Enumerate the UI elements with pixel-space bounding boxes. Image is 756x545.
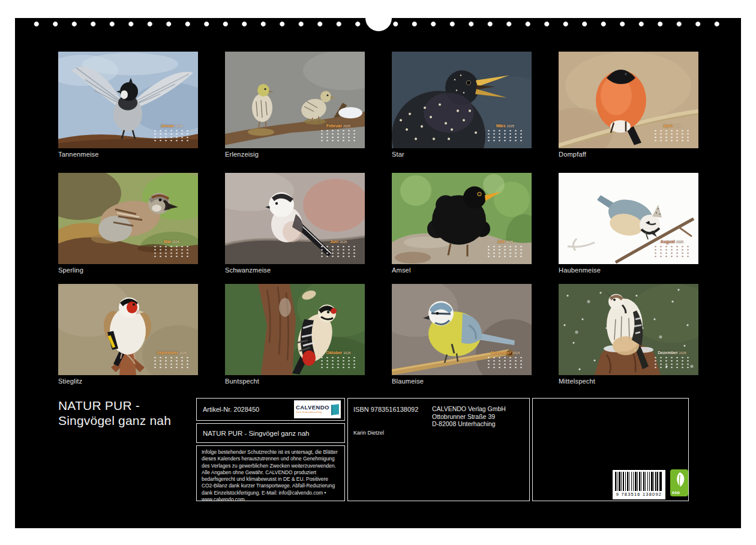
mini-month-calendar: Juli 2025 bbox=[484, 239, 526, 258]
bird-name-label: Blaumeise bbox=[392, 378, 532, 385]
bird-photo-erlenzeisig: Februar 2025 bbox=[225, 52, 365, 148]
bird-name-label: Stieglitz bbox=[58, 378, 198, 385]
mini-month-calendar: Oktober 2025 bbox=[317, 351, 359, 369]
bird-name-label: Erlenzeisig bbox=[225, 151, 365, 158]
publisher-line: Ottobrunner Straße 39 bbox=[432, 413, 506, 421]
bird-photo-schwanzmeise: Juni 2025 bbox=[225, 173, 365, 264]
month-year: 2025 bbox=[512, 351, 520, 355]
bird-photo-buntspecht: Oktober 2025 bbox=[225, 284, 365, 375]
product-title: NATUR PUR - Singvögel ganz nah bbox=[203, 430, 309, 437]
mini-month-calendar: März 2025 bbox=[484, 124, 526, 142]
mini-calendar-grid bbox=[152, 356, 191, 369]
mini-month-calendar: September 2025 bbox=[151, 351, 193, 369]
bird-photo-dompfaff: April 2025 bbox=[559, 52, 698, 148]
month-name: Dezember bbox=[658, 351, 677, 355]
mini-calendar-grid bbox=[486, 129, 524, 142]
bird-name-label: Dompfaff bbox=[559, 151, 698, 158]
mini-calendar-grid bbox=[319, 129, 358, 142]
mini-calendar-grid bbox=[653, 356, 691, 369]
thumbnail-erlenzeisig: Februar 2025 Erlenzeisig bbox=[225, 52, 365, 158]
bird-photo-haubenmeise: August 2025 bbox=[559, 173, 698, 264]
legal-text-box: Infolge bestehender Schutzrechte ist es … bbox=[196, 445, 345, 501]
month-name: November bbox=[491, 351, 511, 355]
month-name: Februar bbox=[326, 124, 342, 128]
month-name: Januar bbox=[160, 124, 174, 128]
mini-calendar-grid bbox=[486, 356, 524, 369]
eco-logo: eco bbox=[670, 469, 688, 496]
isbn-publisher-box: ISBN 9783516138092 CALVENDO Verlag GmbH … bbox=[347, 398, 530, 501]
mini-month-calendar: April 2025 bbox=[651, 124, 693, 142]
month-name: Juni bbox=[330, 239, 338, 244]
thumbnail-buntspecht: Oktober 2025 Buntspecht bbox=[225, 284, 365, 385]
thumbnail-star: März 2025 Star bbox=[392, 52, 532, 158]
thumbnail-stieglitz: September 2025 Stieglitz bbox=[58, 284, 198, 385]
barcode-digits: 9 783516 138092 bbox=[615, 492, 663, 497]
bird-name-label: Amsel bbox=[392, 266, 532, 274]
mini-month-calendar: Dezember 2025 bbox=[651, 351, 693, 369]
isbn: ISBN 9783516138092 bbox=[353, 406, 418, 413]
publisher-line: CALVENDO Verlag GmbH bbox=[432, 405, 506, 413]
calvendo-logo-text: CALVENDO bbox=[296, 405, 329, 411]
month-year: 2025 bbox=[507, 124, 514, 128]
month-name: Oktober bbox=[326, 351, 342, 355]
thumbnail-haubenmeise: August 2025 Haubenmeise bbox=[559, 173, 698, 274]
month-name: Mai bbox=[164, 239, 171, 244]
mini-month-calendar: Juni 2025 bbox=[317, 239, 359, 258]
month-year: 2025 bbox=[343, 124, 350, 128]
month-year: 2025 bbox=[679, 351, 686, 355]
thumbnail-mittelspecht: Dezember 2025 Mittelspecht bbox=[559, 284, 698, 385]
bird-photo-sperling: Mai 2025 bbox=[58, 173, 198, 264]
mini-calendar-grid bbox=[319, 356, 358, 369]
calendar-sheet: Januar 2025 Tannenmeise bbox=[15, 18, 741, 528]
mini-calendar-grid bbox=[319, 245, 358, 258]
mini-calendar-grid bbox=[653, 129, 691, 142]
mini-calendar-grid bbox=[653, 245, 691, 258]
bird-name-label: Haubenmeise bbox=[559, 266, 698, 274]
bird-name-label: Tannenmeise bbox=[58, 151, 198, 158]
mini-calendar-grid bbox=[486, 245, 524, 258]
mini-month-calendar: Januar 2025 bbox=[151, 124, 193, 142]
calvendo-logo-tagline: Dein Kalenderverlag bbox=[296, 411, 322, 414]
mini-month-calendar: Mai 2025 bbox=[151, 239, 193, 258]
legal-text: Infolge bestehender Schutzrechte ist es … bbox=[202, 449, 338, 502]
product-title-box: NATUR PUR - Singvögel ganz nah bbox=[196, 423, 345, 443]
bird-photo-star: März 2025 bbox=[392, 52, 532, 148]
bird-name-label: Sperling bbox=[58, 266, 198, 274]
month-name: September bbox=[157, 351, 178, 355]
month-year: 2025 bbox=[343, 351, 350, 355]
month-year: 2025 bbox=[172, 240, 179, 244]
eco-label: eco bbox=[672, 490, 680, 495]
thumbnail-amsel: Juli 2025 Amsel bbox=[392, 173, 532, 274]
bird-photo-mittelspecht: Dezember 2025 bbox=[559, 284, 698, 375]
leaf-icon bbox=[672, 471, 686, 490]
bird-photo-tannenmeise: Januar 2025 bbox=[58, 52, 198, 148]
mini-calendar-grid bbox=[152, 129, 191, 142]
bird-name-label: Mittelspecht bbox=[559, 378, 698, 385]
calendar-title-line2: Singvögel ganz nah bbox=[58, 414, 171, 429]
mini-month-calendar: Februar 2025 bbox=[317, 124, 359, 142]
calvendo-logo: CALVENDO Dein Kalenderverlag bbox=[294, 400, 341, 418]
month-year: 2025 bbox=[674, 124, 681, 128]
bird-name-label: Schwanzmeise bbox=[225, 266, 365, 274]
bird-photo-stieglitz: September 2025 bbox=[58, 284, 198, 375]
thumbnail-tannenmeise: Januar 2025 Tannenmeise bbox=[58, 52, 198, 158]
ean-barcode: 9 783516 138092 bbox=[613, 470, 665, 499]
thumbnail-dompfaff: April 2025 Dompfaff bbox=[559, 52, 698, 158]
bird-name-label: Star bbox=[392, 151, 532, 158]
mini-month-calendar: August 2025 bbox=[651, 239, 693, 258]
month-name: August bbox=[661, 239, 675, 244]
bird-photo-amsel: Juli 2025 bbox=[392, 173, 532, 264]
month-year: 2025 bbox=[506, 240, 513, 244]
calendar-title-line1: NATUR PUR - bbox=[58, 399, 171, 414]
article-number-box: Artikel-Nr. 2028450 CALVENDO Dein Kalend… bbox=[196, 398, 345, 421]
mini-calendar-grid bbox=[152, 245, 191, 258]
barcode-box: 9 783516 138092 eco bbox=[532, 398, 689, 501]
author-name: Karin Dietzel bbox=[353, 430, 384, 436]
month-year: 2025 bbox=[175, 124, 182, 128]
article-number: Artikel-Nr. 2028450 bbox=[203, 406, 259, 413]
month-name: März bbox=[496, 124, 506, 128]
thumbnail-schwanzmeise: Juni 2025 Schwanzmeise bbox=[225, 173, 365, 274]
thumbnail-sperling: Mai 2025 Sperling bbox=[58, 173, 198, 274]
calendar-back-cover: Januar 2025 Tannenmeise bbox=[0, 0, 756, 545]
thumbnail-blaumeise: November 2025 Blaumeise bbox=[392, 284, 532, 385]
